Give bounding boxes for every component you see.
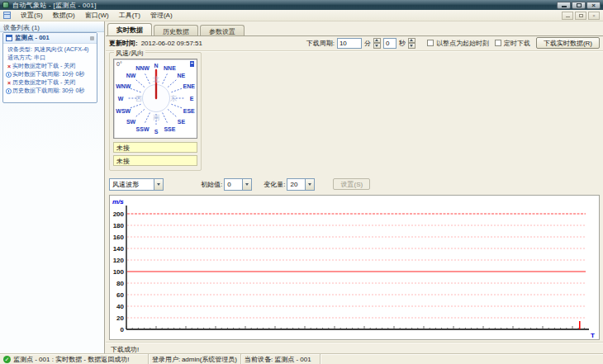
- wind-speed-chart: 020406080100120140160180200m/sT: [109, 195, 600, 340]
- device-info: 设备类型: 风速风向仪 (ACFX-4) 通讯方式: 串口 ×实时数据定时下载 …: [3, 44, 97, 95]
- compass-flag-icon: [190, 61, 194, 67]
- seconds-stepper[interactable]: [408, 38, 415, 49]
- success-check-icon: ✓: [3, 356, 11, 363]
- main-area: 实时数据 历史数据 参数设置 更新时间: 2012-06-02 09:57:51…: [106, 21, 603, 353]
- current-device-value: 监测点 - 001: [274, 355, 311, 364]
- history-timer-text: 历史数据定时下载 - 关闭: [12, 78, 75, 87]
- download-realtime-button[interactable]: 下载实时数据(R): [536, 37, 600, 49]
- waveform-select[interactable]: 风速波形: [109, 178, 164, 191]
- compass-cardinal-west: 西: [135, 94, 142, 103]
- wind-group-label: 风速/风向: [114, 49, 145, 58]
- device-info-line: ×实时数据定时下载 - 关闭: [6, 62, 95, 70]
- align-hour-checkbox[interactable]: [427, 40, 434, 46]
- mdi-minimize-button[interactable]: [562, 12, 573, 20]
- delta-value-select[interactable]: 20: [287, 178, 315, 191]
- pin-icon[interactable]: [90, 36, 94, 40]
- document-icon: [3, 12, 11, 19]
- delta-value-label: 变化量:: [264, 180, 285, 189]
- align-hour-label: 以整点为起始时刻: [436, 39, 489, 48]
- wind-direction-field[interactable]: 未接: [113, 155, 197, 166]
- device-panel: 监测点 - 001 设备类型: 风速风向仪 (ACFX-4) 通讯方式: 串口 …: [2, 32, 97, 103]
- svg-text:120: 120: [113, 257, 125, 264]
- compass-direction-label: ESE: [183, 108, 195, 114]
- svg-text:160: 160: [113, 234, 125, 241]
- spin-up-icon: [410, 39, 413, 41]
- svg-text:40: 40: [116, 303, 124, 310]
- minimize-button[interactable]: [557, 2, 571, 9]
- close-button[interactable]: ×: [586, 2, 601, 9]
- statusbar-message: 监测点 - 001 : 实时数据 - 数据返回成功!: [13, 355, 129, 364]
- restore-button[interactable]: [572, 2, 586, 9]
- mdi-window-controls: ×: [562, 12, 600, 20]
- tab-bar: 实时数据 历史数据 参数设置: [107, 23, 246, 35]
- compass-direction-label: SW: [126, 119, 135, 125]
- history-period-text: 历史数据下载周期: 30分 0秒: [12, 87, 85, 95]
- wind-groupbox: 风速/风向 0° NNNENEENEEESESESSESSSWSWWSWWWNW…: [109, 52, 202, 171]
- toolbar: 更新时间: 2012-06-02 09:57:51 下载周期: 10 分 0 秒…: [106, 36, 603, 50]
- menu-data[interactable]: 数据(D): [48, 9, 80, 21]
- compass-direction-label: NNW: [135, 65, 150, 71]
- window-title: 自动气象站 - [监测点 - 001]: [12, 1, 97, 10]
- statusbar-user-section: 登录用户: admin(系统管理员): [149, 354, 241, 364]
- svg-text:100: 100: [113, 268, 125, 276]
- svg-text:200: 200: [113, 210, 125, 218]
- compass-direction-label: NW: [126, 72, 136, 78]
- login-user-value: admin(系统管理员): [182, 355, 237, 364]
- compass-direction-label: NNE: [164, 65, 176, 71]
- device-panel-title[interactable]: 监测点 - 001: [3, 33, 97, 44]
- minutes-input[interactable]: 10: [337, 38, 362, 49]
- initial-value-select[interactable]: 0: [224, 178, 252, 191]
- current-device-label: 当前设备:: [245, 355, 273, 364]
- set-button[interactable]: 设置(S): [333, 178, 370, 190]
- wind-compass: 0° NNNENEENEEESESESSESSSWSWWSWWWNWNWNNW北…: [113, 59, 197, 139]
- tab-realtime-data[interactable]: 实时数据: [107, 23, 152, 35]
- statusbar: ✓ 监测点 - 001 : 实时数据 - 数据返回成功! 登录用户: admin…: [0, 353, 603, 364]
- device-info-line: 通讯方式: 串口: [6, 54, 95, 62]
- restore-icon: [577, 3, 582, 7]
- menu-window[interactable]: 窗口(W): [80, 9, 114, 21]
- delta-value: 20: [287, 181, 305, 188]
- statusbar-message-section: ✓ 监测点 - 001 : 实时数据 - 数据返回成功!: [0, 354, 149, 364]
- compass-direction-label: N: [154, 63, 158, 69]
- compass-direction-label: SSE: [164, 125, 175, 131]
- closed-icon: ×: [6, 64, 12, 69]
- minutes-stepper[interactable]: [373, 38, 381, 49]
- spin-down-icon: [410, 45, 413, 47]
- svg-text:0: 0: [121, 326, 125, 333]
- download-status-text: 下载成功!: [106, 343, 603, 353]
- statusbar-device-section: 当前设备: 监测点 - 001: [241, 354, 320, 364]
- compass-direction-label: E: [190, 96, 194, 102]
- mdi-restore-icon: [579, 14, 583, 17]
- compass-direction-label: W: [118, 96, 124, 102]
- seconds-input[interactable]: 0: [383, 38, 396, 49]
- sidebar: 设备列表 (1) 监测点 - 001 设备类型: 风速风向仪 (ACFX-4) …: [0, 21, 105, 353]
- compass-direction-label: WNW: [116, 83, 131, 88]
- device-info-line: 实时数据下载周期: 10分 0秒: [6, 70, 95, 78]
- wind-speed-field[interactable]: 未接: [113, 142, 197, 153]
- login-user-label: 登录用户:: [152, 355, 180, 364]
- tab-parameter-settings[interactable]: 参数设置: [200, 25, 245, 35]
- menu-tools[interactable]: 工具(T): [114, 9, 145, 21]
- svg-text:T: T: [591, 332, 595, 339]
- compass-cardinal-south: 南: [153, 113, 159, 122]
- timed-download-checkbox[interactable]: [495, 40, 501, 46]
- svg-text:180: 180: [113, 222, 125, 229]
- update-time-value: 2012-06-02 09:57:51: [141, 40, 202, 47]
- timed-download-label: 定时下载: [504, 39, 530, 48]
- window-controls: ×: [557, 2, 601, 9]
- device-info-line: 历史数据下载周期: 30分 0秒: [6, 87, 95, 95]
- update-time-label: 更新时间:: [109, 39, 138, 48]
- tab-history-data[interactable]: 历史数据: [154, 25, 198, 35]
- mdi-restore-button[interactable]: [575, 12, 586, 20]
- svg-text:m/s: m/s: [112, 198, 124, 206]
- wind-degree-label: 0°: [116, 61, 122, 67]
- menu-settings[interactable]: 设置(S): [16, 9, 48, 21]
- svg-text:80: 80: [116, 280, 124, 287]
- menu-manage[interactable]: 管理(A): [145, 9, 178, 21]
- mdi-minimize-icon: [566, 17, 570, 17]
- compass-direction-label: NE: [178, 72, 186, 78]
- app-window: 自动气象站 - [监测点 - 001] × 设置(S) 数据(D) 窗口(W) …: [0, 0, 603, 364]
- device-type-text: 设备类型: 风速风向仪 (ACFX-4): [7, 45, 88, 54]
- statusbar-filler: [320, 354, 603, 364]
- mdi-close-button[interactable]: ×: [588, 12, 600, 20]
